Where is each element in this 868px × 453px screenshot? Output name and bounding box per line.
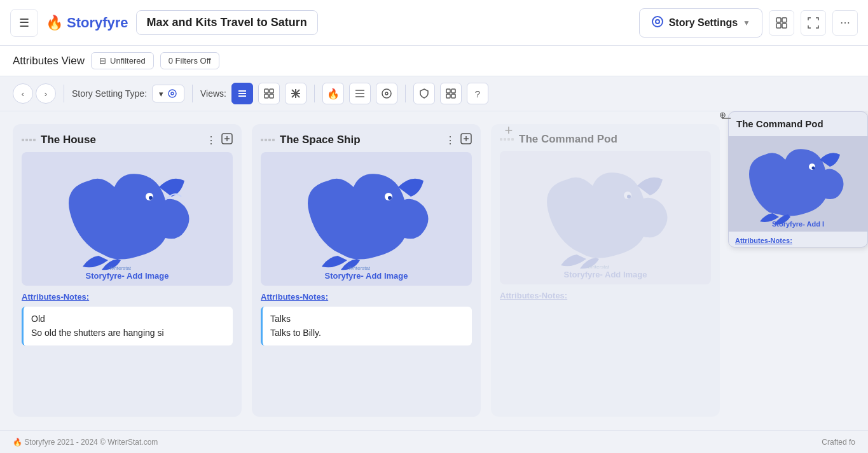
view-shield-button[interactable] xyxy=(413,83,435,104)
svg-rect-13 xyxy=(265,94,268,98)
header-left: ☰ 🔥 Storyfyre Max and Kits Travel to Sat… xyxy=(10,9,318,37)
svg-point-38 xyxy=(388,196,392,200)
popup-card-image: Storyfyre- Add I xyxy=(729,136,867,232)
svg-rect-25 xyxy=(451,89,455,93)
svg-point-32 xyxy=(149,196,153,200)
view-fire-button[interactable]: 🔥 xyxy=(322,83,344,104)
subheader: Attributes View ⊟ Unfiltered 0 Filters O… xyxy=(0,46,868,76)
toolbar: ‹ › Story Setting Type: ▾ Views: 🔥 ? xyxy=(0,76,868,111)
filter-label: Unfiltered xyxy=(110,56,146,66)
svg-point-6 xyxy=(169,90,176,97)
svg-rect-5 xyxy=(782,24,787,28)
popup-card-header: The Command Pod xyxy=(729,112,867,136)
story-settings-button[interactable]: Story Settings ▼ xyxy=(639,8,762,38)
view-grid-button[interactable] xyxy=(258,83,280,104)
divider-1 xyxy=(64,85,64,102)
story-title[interactable]: Max and Kits Travel to Saturn xyxy=(136,10,318,35)
svg-rect-3 xyxy=(782,18,787,22)
svg-rect-26 xyxy=(446,94,450,98)
svg-point-41 xyxy=(627,195,631,199)
svg-point-23 xyxy=(385,92,388,95)
svg-text:Writerstat: Writerstat xyxy=(588,264,610,270)
svg-text:Writerstat: Writerstat xyxy=(109,265,132,271)
card-title-house: The House xyxy=(36,134,206,146)
nav-next-button[interactable]: › xyxy=(36,83,56,104)
svg-rect-24 xyxy=(446,89,450,93)
brand-icon: 🔥 xyxy=(46,15,63,31)
svg-text:Writerstat: Writerstat xyxy=(348,265,371,271)
popup-card: ⊕ The Command Pod Storyfyre- Add I Attri… xyxy=(728,111,868,247)
add-image-rest-spaceship: - Add Image xyxy=(361,271,408,281)
card-the-house: The House ⋮ Writerstat Storyfyre xyxy=(13,124,242,417)
fullscreen-icon-button[interactable] xyxy=(801,10,826,36)
card-the-space-ship: The Space Ship ⋮ Writerstat Storyfyre - xyxy=(252,124,481,417)
menu-button[interactable]: ☰ xyxy=(10,9,38,37)
add-card-button[interactable]: + xyxy=(496,118,521,143)
story-settings-label: Story Settings xyxy=(669,17,738,29)
card-header-commandpod: The Command Pod xyxy=(491,124,720,151)
attributes-notes-label-commandpod: Attributes-Notes: xyxy=(491,284,720,303)
card-actions-house: ⋮ xyxy=(206,133,233,147)
add-image-rest-commandpod: - Add Image xyxy=(600,270,647,279)
svg-point-0 xyxy=(652,17,663,27)
footer: 🔥 Storyfyre 2021 - 2024 © WriterStat.com… xyxy=(0,430,868,453)
view-list-button[interactable] xyxy=(231,83,253,104)
layout-icon-button[interactable] xyxy=(769,10,794,36)
view-grid2-button[interactable] xyxy=(440,83,462,104)
card-menu-button-spaceship[interactable]: ⋮ xyxy=(445,134,455,146)
brand-name: Storyfyre xyxy=(67,15,128,31)
footer-right: Crafted fo xyxy=(822,438,855,447)
popup-attributes-notes-label: Attributes-Notes: xyxy=(729,232,867,247)
popup-add-image-rest: - Add I xyxy=(803,220,824,228)
view-compass-button[interactable] xyxy=(376,83,397,104)
card-header-spaceship: The Space Ship ⋮ xyxy=(252,124,481,152)
note-line-2-spaceship: Talks to Billy. xyxy=(270,326,464,340)
card-image-commandpod: Writerstat Storyfyre - Add Image xyxy=(500,151,711,284)
nav-prev-button[interactable]: ‹ xyxy=(13,83,33,104)
add-image-label-house: Storyfyre - Add Image xyxy=(86,271,169,281)
card-add-button-house[interactable] xyxy=(221,133,233,147)
filters-off-button[interactable]: 0 Filters Off xyxy=(160,52,219,69)
setting-type-button[interactable]: ▾ xyxy=(152,85,184,102)
note-line-1-house: Old xyxy=(31,312,225,326)
note-line-1-spaceship: Talks xyxy=(270,312,464,326)
notes-box-house[interactable]: Old So old the shutters are hanging si xyxy=(22,307,233,345)
svg-point-22 xyxy=(382,89,391,98)
attributes-notes-label-house: Attributes-Notes: xyxy=(13,286,242,304)
view-cross-button[interactable] xyxy=(285,83,307,104)
setting-type-label: Story Setting Type: xyxy=(72,88,147,99)
story-settings-icon xyxy=(651,15,664,31)
card-grid-icon-2 xyxy=(261,139,275,141)
add-image-rest-house: - Add Image xyxy=(122,271,169,281)
card-title-commandpod: The Command Pod xyxy=(514,133,711,146)
add-image-label-spaceship: Storyfyre - Add Image xyxy=(325,271,408,281)
header-right: Story Settings ▼ ⋯ xyxy=(639,8,858,38)
view-help-button[interactable]: ? xyxy=(467,83,488,104)
svg-point-44 xyxy=(812,167,815,170)
chevron-down-icon: ▼ xyxy=(743,18,750,27)
card-image-spaceship[interactable]: Writerstat Storyfyre - Add Image xyxy=(261,152,472,286)
add-image-sf-house: Storyfyre xyxy=(86,271,122,281)
filter-icon: ⊟ xyxy=(99,56,106,66)
svg-rect-2 xyxy=(776,18,781,22)
brand-logo: 🔥 Storyfyre xyxy=(46,15,128,31)
card-image-house[interactable]: Writerstat Storyfyre - Add Image xyxy=(22,152,233,286)
filter-button[interactable]: ⊟ Unfiltered xyxy=(91,52,154,69)
svg-rect-11 xyxy=(265,89,268,93)
toolbar-nav: ‹ › xyxy=(13,83,56,104)
card-menu-button-house[interactable]: ⋮ xyxy=(206,134,216,146)
notes-box-spaceship[interactable]: Talks Talks to Billy. xyxy=(261,307,472,345)
attributes-notes-label-spaceship: Attributes-Notes: xyxy=(252,286,481,304)
ellipsis-icon: ⋯ xyxy=(840,17,850,29)
divider-2 xyxy=(192,85,193,102)
view-layers-button[interactable] xyxy=(349,83,371,104)
chevron-icon: ▾ xyxy=(159,89,163,99)
popup-card-title: The Command Pod xyxy=(736,118,823,129)
add-image-sf-commandpod: Storyfyre xyxy=(564,270,600,279)
more-options-button[interactable]: ⋯ xyxy=(832,10,858,36)
svg-rect-27 xyxy=(451,94,455,98)
card-add-button-spaceship[interactable] xyxy=(460,133,472,147)
svg-point-1 xyxy=(656,20,659,24)
divider-4 xyxy=(405,85,406,102)
add-image-label-commandpod: Storyfyre - Add Image xyxy=(564,270,647,279)
